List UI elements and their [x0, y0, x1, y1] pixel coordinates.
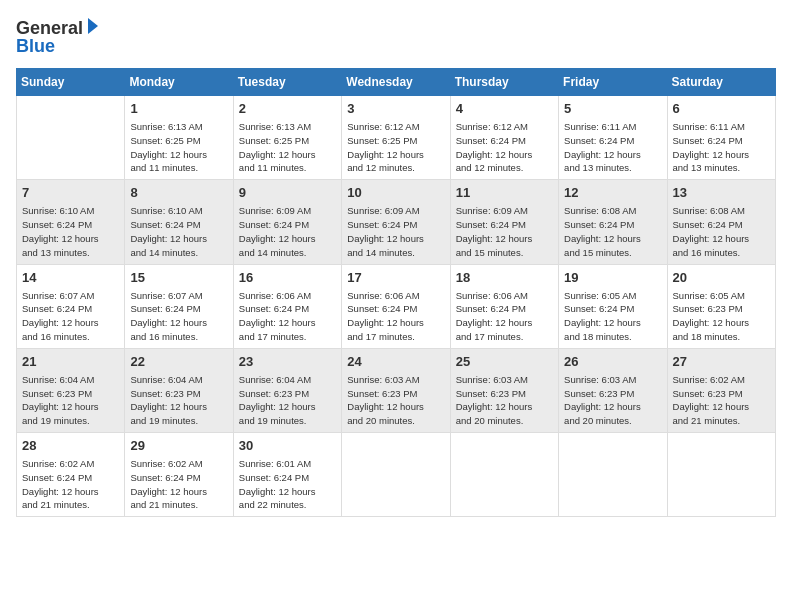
day-number: 15	[130, 269, 227, 287]
calendar-cell: 10Sunrise: 6:09 AM Sunset: 6:24 PM Dayli…	[342, 180, 450, 264]
day-info: Sunrise: 6:09 AM Sunset: 6:24 PM Dayligh…	[239, 204, 336, 259]
day-info: Sunrise: 6:03 AM Sunset: 6:23 PM Dayligh…	[456, 373, 553, 428]
day-number: 27	[673, 353, 770, 371]
day-info: Sunrise: 6:02 AM Sunset: 6:24 PM Dayligh…	[130, 457, 227, 512]
day-info: Sunrise: 6:03 AM Sunset: 6:23 PM Dayligh…	[564, 373, 661, 428]
calendar-cell: 8Sunrise: 6:10 AM Sunset: 6:24 PM Daylig…	[125, 180, 233, 264]
day-number: 12	[564, 184, 661, 202]
calendar-cell: 28Sunrise: 6:02 AM Sunset: 6:24 PM Dayli…	[17, 433, 125, 517]
day-info: Sunrise: 6:10 AM Sunset: 6:24 PM Dayligh…	[22, 204, 119, 259]
day-info: Sunrise: 6:05 AM Sunset: 6:23 PM Dayligh…	[673, 289, 770, 344]
day-info: Sunrise: 6:09 AM Sunset: 6:24 PM Dayligh…	[456, 204, 553, 259]
calendar-week-row: 7Sunrise: 6:10 AM Sunset: 6:24 PM Daylig…	[17, 180, 776, 264]
day-number: 20	[673, 269, 770, 287]
day-info: Sunrise: 6:13 AM Sunset: 6:25 PM Dayligh…	[130, 120, 227, 175]
svg-marker-2	[88, 18, 98, 34]
day-info: Sunrise: 6:01 AM Sunset: 6:24 PM Dayligh…	[239, 457, 336, 512]
calendar-cell: 4Sunrise: 6:12 AM Sunset: 6:24 PM Daylig…	[450, 96, 558, 180]
svg-text:General: General	[16, 18, 83, 38]
calendar-cell: 17Sunrise: 6:06 AM Sunset: 6:24 PM Dayli…	[342, 264, 450, 348]
day-number: 25	[456, 353, 553, 371]
day-number: 2	[239, 100, 336, 118]
day-of-week-header: Monday	[125, 69, 233, 96]
calendar-cell: 19Sunrise: 6:05 AM Sunset: 6:24 PM Dayli…	[559, 264, 667, 348]
day-info: Sunrise: 6:02 AM Sunset: 6:24 PM Dayligh…	[22, 457, 119, 512]
day-number: 18	[456, 269, 553, 287]
calendar-cell: 6Sunrise: 6:11 AM Sunset: 6:24 PM Daylig…	[667, 96, 775, 180]
day-info: Sunrise: 6:12 AM Sunset: 6:25 PM Dayligh…	[347, 120, 444, 175]
calendar-cell: 24Sunrise: 6:03 AM Sunset: 6:23 PM Dayli…	[342, 348, 450, 432]
day-info: Sunrise: 6:05 AM Sunset: 6:24 PM Dayligh…	[564, 289, 661, 344]
day-number: 14	[22, 269, 119, 287]
day-of-week-header: Friday	[559, 69, 667, 96]
day-number: 10	[347, 184, 444, 202]
day-number: 7	[22, 184, 119, 202]
calendar-week-row: 28Sunrise: 6:02 AM Sunset: 6:24 PM Dayli…	[17, 433, 776, 517]
day-number: 13	[673, 184, 770, 202]
day-info: Sunrise: 6:10 AM Sunset: 6:24 PM Dayligh…	[130, 204, 227, 259]
day-info: Sunrise: 6:11 AM Sunset: 6:24 PM Dayligh…	[564, 120, 661, 175]
day-info: Sunrise: 6:04 AM Sunset: 6:23 PM Dayligh…	[22, 373, 119, 428]
calendar-cell: 22Sunrise: 6:04 AM Sunset: 6:23 PM Dayli…	[125, 348, 233, 432]
calendar-cell: 13Sunrise: 6:08 AM Sunset: 6:24 PM Dayli…	[667, 180, 775, 264]
day-of-week-header: Tuesday	[233, 69, 341, 96]
calendar-cell	[450, 433, 558, 517]
calendar-cell: 15Sunrise: 6:07 AM Sunset: 6:24 PM Dayli…	[125, 264, 233, 348]
day-number: 29	[130, 437, 227, 455]
day-number: 24	[347, 353, 444, 371]
day-number: 11	[456, 184, 553, 202]
calendar-cell: 23Sunrise: 6:04 AM Sunset: 6:23 PM Dayli…	[233, 348, 341, 432]
days-header-row: SundayMondayTuesdayWednesdayThursdayFrid…	[17, 69, 776, 96]
calendar-body: 1Sunrise: 6:13 AM Sunset: 6:25 PM Daylig…	[17, 96, 776, 517]
calendar-cell: 1Sunrise: 6:13 AM Sunset: 6:25 PM Daylig…	[125, 96, 233, 180]
calendar-week-row: 14Sunrise: 6:07 AM Sunset: 6:24 PM Dayli…	[17, 264, 776, 348]
calendar-cell: 18Sunrise: 6:06 AM Sunset: 6:24 PM Dayli…	[450, 264, 558, 348]
svg-text:Blue: Blue	[16, 36, 55, 56]
day-info: Sunrise: 6:07 AM Sunset: 6:24 PM Dayligh…	[130, 289, 227, 344]
day-of-week-header: Sunday	[17, 69, 125, 96]
day-number: 4	[456, 100, 553, 118]
day-number: 28	[22, 437, 119, 455]
day-number: 16	[239, 269, 336, 287]
day-info: Sunrise: 6:08 AM Sunset: 6:24 PM Dayligh…	[673, 204, 770, 259]
day-number: 21	[22, 353, 119, 371]
calendar-cell: 3Sunrise: 6:12 AM Sunset: 6:25 PM Daylig…	[342, 96, 450, 180]
day-number: 3	[347, 100, 444, 118]
day-number: 17	[347, 269, 444, 287]
day-info: Sunrise: 6:04 AM Sunset: 6:23 PM Dayligh…	[239, 373, 336, 428]
day-info: Sunrise: 6:06 AM Sunset: 6:24 PM Dayligh…	[239, 289, 336, 344]
day-info: Sunrise: 6:04 AM Sunset: 6:23 PM Dayligh…	[130, 373, 227, 428]
day-number: 30	[239, 437, 336, 455]
calendar-week-row: 21Sunrise: 6:04 AM Sunset: 6:23 PM Dayli…	[17, 348, 776, 432]
calendar-cell	[559, 433, 667, 517]
calendar-cell: 7Sunrise: 6:10 AM Sunset: 6:24 PM Daylig…	[17, 180, 125, 264]
day-info: Sunrise: 6:08 AM Sunset: 6:24 PM Dayligh…	[564, 204, 661, 259]
day-info: Sunrise: 6:12 AM Sunset: 6:24 PM Dayligh…	[456, 120, 553, 175]
day-of-week-header: Thursday	[450, 69, 558, 96]
day-number: 9	[239, 184, 336, 202]
day-info: Sunrise: 6:07 AM Sunset: 6:24 PM Dayligh…	[22, 289, 119, 344]
calendar-cell: 20Sunrise: 6:05 AM Sunset: 6:23 PM Dayli…	[667, 264, 775, 348]
day-of-week-header: Wednesday	[342, 69, 450, 96]
day-number: 8	[130, 184, 227, 202]
calendar-header: SundayMondayTuesdayWednesdayThursdayFrid…	[17, 69, 776, 96]
day-info: Sunrise: 6:03 AM Sunset: 6:23 PM Dayligh…	[347, 373, 444, 428]
day-info: Sunrise: 6:09 AM Sunset: 6:24 PM Dayligh…	[347, 204, 444, 259]
calendar-cell: 27Sunrise: 6:02 AM Sunset: 6:23 PM Dayli…	[667, 348, 775, 432]
day-number: 22	[130, 353, 227, 371]
day-number: 1	[130, 100, 227, 118]
calendar-cell	[342, 433, 450, 517]
day-number: 23	[239, 353, 336, 371]
calendar-cell: 14Sunrise: 6:07 AM Sunset: 6:24 PM Dayli…	[17, 264, 125, 348]
day-info: Sunrise: 6:02 AM Sunset: 6:23 PM Dayligh…	[673, 373, 770, 428]
calendar-cell: 25Sunrise: 6:03 AM Sunset: 6:23 PM Dayli…	[450, 348, 558, 432]
day-info: Sunrise: 6:06 AM Sunset: 6:24 PM Dayligh…	[456, 289, 553, 344]
calendar-cell: 2Sunrise: 6:13 AM Sunset: 6:25 PM Daylig…	[233, 96, 341, 180]
calendar-table: SundayMondayTuesdayWednesdayThursdayFrid…	[16, 68, 776, 517]
day-number: 19	[564, 269, 661, 287]
calendar-cell: 21Sunrise: 6:04 AM Sunset: 6:23 PM Dayli…	[17, 348, 125, 432]
calendar-cell: 16Sunrise: 6:06 AM Sunset: 6:24 PM Dayli…	[233, 264, 341, 348]
calendar-cell: 9Sunrise: 6:09 AM Sunset: 6:24 PM Daylig…	[233, 180, 341, 264]
calendar-cell	[17, 96, 125, 180]
logo-svg: GeneralBlue	[16, 16, 106, 58]
